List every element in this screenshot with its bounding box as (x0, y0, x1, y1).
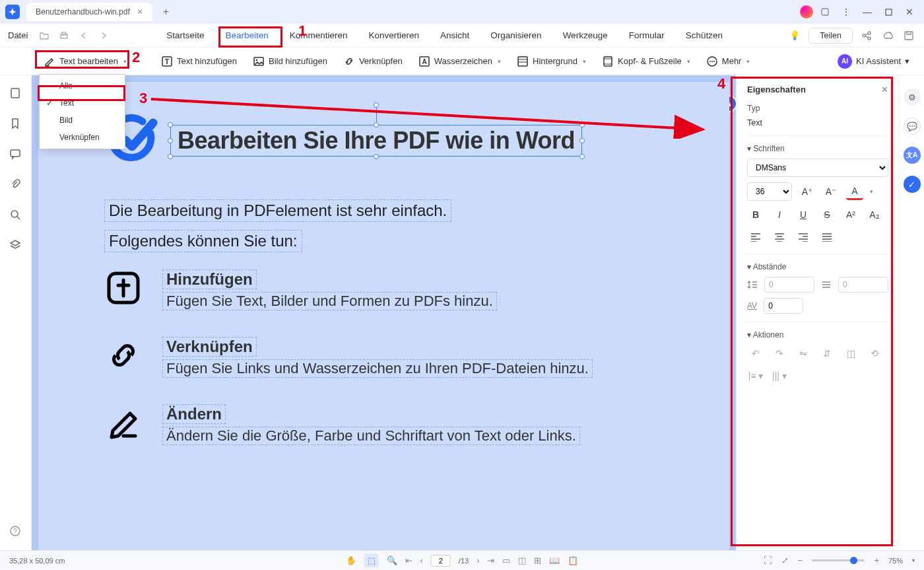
increase-font-icon[interactable]: A⁺ (799, 183, 816, 200)
chevron-down-icon[interactable]: ▾ (912, 557, 915, 563)
cloud-icon[interactable] (880, 28, 895, 43)
intro-text-1[interactable]: Die Bearbeitung in PDFelement ist sehr e… (104, 199, 451, 222)
zoom-slider[interactable] (812, 559, 865, 561)
font-family-select[interactable]: DMSans (747, 159, 888, 177)
background-button[interactable]: Hintergrund ▾ (510, 52, 593, 71)
rotate-right-icon[interactable]: ↷ (771, 345, 788, 362)
feature-heading-2[interactable]: Verknüpfen (162, 337, 257, 357)
share-network-icon[interactable] (859, 28, 874, 43)
layers-icon[interactable] (9, 239, 22, 252)
font-size-select[interactable]: 36 (747, 182, 792, 201)
zoom-in-icon[interactable]: + (874, 555, 879, 565)
flip-h-icon[interactable]: ⇋ (795, 345, 812, 362)
align-center-icon[interactable] (771, 229, 788, 246)
feature-heading-1[interactable]: Hinzufügen (162, 269, 257, 289)
layout-icon-1[interactable]: ▭ (502, 555, 510, 565)
clipboard-icon[interactable]: 📋 (568, 555, 578, 565)
letter-spacing-input[interactable] (764, 298, 803, 314)
window-button-2[interactable]: ⋮ (837, 4, 855, 20)
underline-icon[interactable]: U (795, 206, 812, 223)
align-objects-icon[interactable]: |≡ ▾ (747, 367, 764, 384)
file-menu[interactable]: Datei (8, 30, 28, 40)
bookmarks-icon[interactable] (9, 118, 22, 131)
comments-icon[interactable] (9, 148, 22, 161)
feature-desc-2[interactable]: Fügen Sie Links und Wasserzeichen zu Ihr… (162, 359, 593, 378)
page-number-input[interactable] (431, 555, 451, 567)
translate-strip-icon[interactable]: 文A (904, 147, 921, 164)
tab-schuetzen[interactable]: Schützen (683, 25, 725, 46)
feature-desc-3[interactable]: Ändern Sie die Größe, Farbe und Schrifta… (162, 427, 580, 445)
tab-ansicht[interactable]: Ansicht (438, 25, 472, 46)
add-image-button[interactable]: Bild hinzufügen (246, 52, 334, 71)
italic-icon[interactable]: I (771, 206, 788, 223)
ki-assistant-button[interactable]: AI KI Assistent ▾ (831, 50, 916, 73)
rotate-left-icon[interactable]: ↶ (747, 345, 764, 362)
distribute-icon[interactable]: ||| ▾ (771, 367, 788, 384)
tab-close-icon[interactable]: ✕ (137, 7, 143, 17)
line-spacing-input[interactable]: 0 (764, 277, 814, 293)
align-justify-icon[interactable] (818, 229, 836, 246)
para-spacing-input[interactable]: 0 (838, 277, 888, 293)
help-icon[interactable]: ? (9, 525, 22, 538)
save-icon[interactable] (902, 28, 916, 43)
chevron-down-icon[interactable]: ▾ (870, 188, 873, 195)
crop-icon[interactable]: ◫ (842, 345, 859, 362)
last-page-icon[interactable]: ⇥ (487, 555, 494, 565)
replace-icon[interactable]: ⟲ (866, 345, 883, 362)
undo-icon[interactable] (77, 28, 91, 43)
tab-organisieren[interactable]: Organisieren (488, 25, 544, 46)
print-icon[interactable] (57, 28, 71, 43)
panel-close-icon[interactable]: ✕ (881, 85, 888, 94)
first-page-icon[interactable]: ⇤ (405, 555, 412, 565)
read-mode-icon[interactable]: 📖 (549, 555, 560, 565)
maximize-button[interactable] (879, 4, 898, 20)
redo-icon[interactable] (96, 28, 111, 43)
search-icon[interactable] (9, 209, 22, 222)
open-icon[interactable] (37, 28, 51, 43)
hand-tool-icon[interactable]: ✋ (346, 555, 356, 565)
subscript-icon[interactable]: A₂ (866, 206, 883, 223)
zoom-out-icon[interactable]: − (798, 555, 803, 565)
align-left-icon[interactable] (747, 229, 764, 246)
check-strip-icon[interactable]: ✓ (904, 176, 921, 193)
fit-width-icon[interactable]: ⛶ (764, 555, 772, 565)
tab-startseite[interactable]: Startseite (164, 25, 207, 46)
close-button[interactable]: ✕ (900, 4, 919, 20)
avatar[interactable] (800, 5, 813, 18)
prev-page-icon[interactable]: ‹ (420, 555, 423, 565)
edit-text-button[interactable]: Text bearbeiten ▾ (37, 52, 133, 71)
select-tool-icon[interactable]: ⬚ (364, 553, 379, 567)
align-right-icon[interactable] (795, 229, 812, 246)
bold-icon[interactable]: B (747, 206, 764, 223)
fullscreen-icon[interactable]: ⤢ (781, 555, 789, 565)
chat-strip-icon[interactable]: 💬 (904, 118, 921, 135)
strikethrough-icon[interactable]: S (818, 206, 836, 223)
app-icon[interactable]: ✦ (5, 5, 20, 19)
next-page-icon[interactable]: › (477, 555, 479, 565)
feature-desc-1[interactable]: Fügen Sie Text, Bilder und Formen zu PDF… (162, 292, 497, 310)
add-text-button[interactable]: T Text hinzufügen (154, 52, 244, 71)
zoom-tool-icon[interactable]: 🔍 (387, 555, 397, 565)
superscript-icon[interactable]: A² (842, 206, 859, 223)
minimize-button[interactable]: — (858, 4, 876, 20)
selected-text-box[interactable]: Bearbeiten Sie Ihre PDF wie in Word (170, 125, 582, 157)
dropdown-item-verknuepfen[interactable]: Verknüpfen (40, 129, 125, 146)
layout-icon-3[interactable]: ⊞ (534, 555, 541, 565)
tab-werkzeuge[interactable]: Werkzeuge (560, 25, 610, 46)
more-button[interactable]: Mehr ▾ (700, 52, 757, 71)
header-footer-button[interactable]: Kopf- & Fußzeile ▾ (595, 52, 697, 71)
dropdown-item-bild[interactable]: Bild (40, 112, 125, 129)
font-color-icon[interactable]: A (846, 183, 863, 200)
feature-heading-3[interactable]: Ändern (162, 404, 226, 424)
settings-strip-icon[interactable]: ⚙ (904, 89, 921, 106)
link-button[interactable]: Verknüpfen (337, 52, 409, 71)
decrease-font-icon[interactable]: A⁻ (822, 183, 840, 200)
attachments-icon[interactable] (9, 178, 22, 192)
flip-v-icon[interactable]: ⇵ (818, 345, 836, 362)
watermark-button[interactable]: A Wasserzeichen ▾ (412, 52, 508, 71)
tab-bearbeiten[interactable]: Bearbeiten (222, 25, 271, 46)
intro-text-2[interactable]: Folgendes können Sie tun: (104, 230, 302, 252)
tab-document[interactable]: Benutzerhandbuch-win.pdf ✕ (26, 3, 152, 21)
dropdown-item-alle[interactable]: Alle (40, 77, 125, 94)
thumbnails-icon[interactable] (9, 87, 22, 100)
